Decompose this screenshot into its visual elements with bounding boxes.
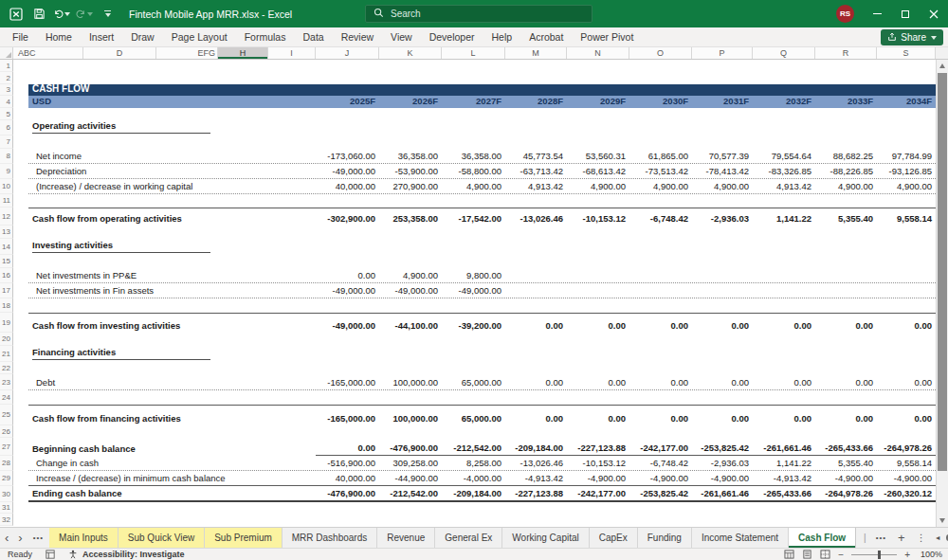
row-label[interactable]: Financing activities [28, 346, 316, 362]
cell[interactable]: -10,153.12 [567, 456, 629, 470]
cell[interactable]: 2033F [815, 96, 877, 108]
cell[interactable]: -212,542.00 [379, 486, 442, 500]
accessibility-icon[interactable] [68, 550, 78, 559]
cell[interactable]: 36,358.00 [442, 149, 505, 163]
row-label[interactable] [28, 135, 316, 149]
cell[interactable]: 2027F [442, 96, 505, 108]
cell[interactable]: -264,978.26 [815, 486, 877, 500]
cell[interactable]: 0.00 [629, 314, 692, 333]
cell[interactable]: 4,900.00 [692, 179, 753, 193]
more-sheets-icon[interactable]: ••• [870, 528, 892, 548]
cell[interactable]: 1,141.22 [753, 456, 815, 470]
row-number[interactable]: 32 [0, 514, 13, 526]
empty-cells[interactable] [316, 108, 936, 120]
column-header-d[interactable]: D [83, 47, 156, 59]
row-label[interactable]: Ending cash balance [28, 486, 316, 500]
cell[interactable]: -260,320.12 [877, 486, 936, 500]
cell[interactable]: 0.00 [877, 406, 936, 425]
cell[interactable]: -4,913.42 [505, 471, 567, 485]
cell[interactable]: 309,258.00 [379, 456, 442, 470]
cell[interactable]: 70,577.39 [692, 149, 753, 163]
sheet-tab-sub-quick-view[interactable]: Sub Quick View [118, 528, 205, 548]
cell[interactable]: -516,900.00 [316, 456, 379, 470]
select-all-corner[interactable] [0, 47, 13, 59]
column-header-m[interactable]: M [505, 47, 567, 59]
column-header-o[interactable]: O [629, 47, 692, 59]
cell[interactable]: 4,900.00 [877, 179, 936, 193]
row-label[interactable]: Increase / (decrease) in minimum cash ba… [28, 471, 316, 485]
row-label[interactable]: Cash flow from investing activities [28, 314, 316, 333]
zoom-out-icon[interactable]: − [838, 550, 844, 560]
cell[interactable]: 100,000.00 [379, 406, 442, 425]
cell[interactable]: 253,358.00 [379, 208, 442, 226]
cell[interactable]: 270,900.00 [379, 179, 442, 193]
column-header-q[interactable]: Q [753, 47, 815, 59]
scroll-up-icon[interactable] [937, 60, 948, 72]
cell[interactable]: -73,513.42 [629, 164, 692, 178]
row-number[interactable]: 4 [0, 96, 13, 108]
cell[interactable] [753, 268, 815, 282]
sheet-tab-mrr-dashboards[interactable]: MRR Dashboards [283, 528, 377, 548]
cell[interactable]: 2028F [505, 96, 567, 108]
row-number[interactable]: 11 [0, 194, 13, 208]
cell[interactable] [753, 283, 815, 298]
cell[interactable]: 2025F [316, 96, 379, 108]
cell[interactable]: -253,825.42 [692, 438, 753, 455]
cell[interactable]: -4,900.00 [567, 471, 629, 485]
redo-icon[interactable] [76, 6, 93, 23]
empty-cells[interactable] [316, 425, 936, 438]
ribbon-tab-acrobat[interactable]: Acrobat [520, 31, 572, 43]
cell[interactable]: 8,258.00 [442, 456, 505, 470]
row-label[interactable] [28, 108, 316, 120]
row-label[interactable]: CASH FLOW [28, 84, 316, 96]
row-label[interactable] [28, 514, 316, 526]
accessibility-status[interactable]: Accessibility: Investigate [82, 550, 185, 559]
cell[interactable]: 4,900.00 [442, 179, 505, 193]
cell[interactable]: 0.00 [567, 374, 629, 389]
cell[interactable]: -49,000.00 [316, 164, 379, 178]
row-label[interactable] [28, 502, 316, 514]
cell[interactable]: 0.00 [316, 268, 379, 282]
cell[interactable]: -2,936.03 [692, 456, 753, 470]
empty-cells[interactable] [316, 333, 936, 346]
cell[interactable]: -93,126.85 [877, 164, 936, 178]
sheet-tab-cash-flow[interactable]: Cash Flow [789, 528, 856, 548]
kebab-icon[interactable]: ⋮ [911, 528, 932, 548]
zoom-in-icon[interactable]: + [904, 550, 910, 560]
save-icon[interactable] [30, 6, 47, 23]
close-button[interactable] [920, 0, 948, 27]
cell[interactable]: -242,177.00 [629, 438, 692, 455]
row-number[interactable]: 2 [0, 72, 13, 84]
cell[interactable]: -476,900.00 [316, 486, 379, 500]
row-number[interactable]: 5 [0, 108, 13, 120]
row-label[interactable] [28, 194, 316, 208]
cell[interactable]: 1,141.22 [753, 208, 815, 226]
row-number[interactable]: 31 [0, 502, 13, 514]
column-header-r[interactable]: R [815, 47, 877, 59]
cell[interactable]: -44,900.00 [379, 471, 442, 485]
cell[interactable] [877, 268, 936, 282]
row-label[interactable]: USD [28, 96, 316, 108]
zoom-slider[interactable] [851, 554, 897, 555]
cell[interactable]: -173,060.00 [316, 149, 379, 163]
vertical-scrollbar-thumb[interactable] [938, 73, 947, 471]
cell[interactable]: -68,613.42 [567, 164, 629, 178]
cell[interactable]: -165,000.00 [316, 374, 379, 389]
sheet-tab-working-capital[interactable]: Working Capital [502, 528, 589, 548]
row-label[interactable] [28, 390, 316, 405]
cell[interactable]: 2029F [567, 96, 629, 108]
row-number[interactable]: 16 [0, 268, 13, 283]
row-number[interactable]: 24 [0, 390, 13, 405]
sheet-tab-funding[interactable]: Funding [638, 528, 692, 548]
cell[interactable]: -78,413.42 [692, 164, 753, 178]
cell[interactable]: -4,913.42 [753, 471, 815, 485]
cell[interactable]: 4,913.42 [505, 179, 567, 193]
row-number[interactable]: 27 [0, 438, 13, 456]
column-header-j[interactable]: J [316, 47, 379, 59]
row-number[interactable]: 18 [0, 298, 13, 313]
cell[interactable]: -39,200.00 [442, 314, 505, 333]
cell[interactable] [877, 283, 936, 298]
cell[interactable] [815, 283, 877, 298]
cell[interactable]: 0.00 [505, 314, 567, 333]
empty-cells[interactable] [316, 502, 936, 514]
